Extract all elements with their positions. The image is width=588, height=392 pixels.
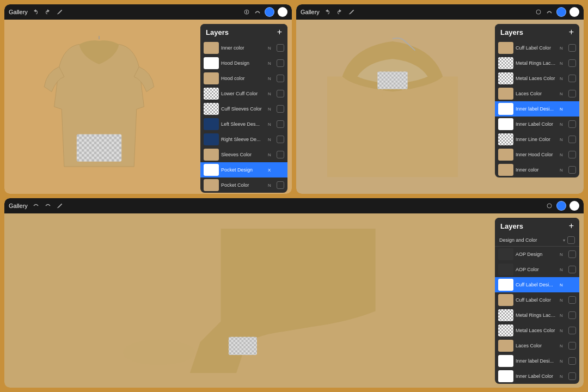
gallery-button-tl[interactable]: Gallery bbox=[9, 9, 28, 15]
layer-row[interactable]: Cuff Label Color N bbox=[495, 292, 579, 308]
layer-visibility[interactable] bbox=[568, 296, 576, 304]
layer-row[interactable]: Hood color N bbox=[200, 71, 287, 86]
layer-visibility[interactable] bbox=[568, 327, 576, 334]
layer-visibility[interactable] bbox=[568, 59, 576, 67]
layer-visibility[interactable] bbox=[277, 151, 284, 158]
undo-icon-b[interactable] bbox=[32, 202, 40, 210]
layer-visibility[interactable] bbox=[277, 181, 284, 189]
layer-visibility[interactable] bbox=[277, 105, 284, 113]
layer-row[interactable]: Inner color N bbox=[495, 162, 579, 177]
pencil-icon[interactable] bbox=[56, 8, 64, 16]
layer-thumb bbox=[204, 164, 219, 176]
color-secondary-tr[interactable] bbox=[569, 7, 579, 17]
layer-row[interactable]: AOP Design N bbox=[495, 247, 579, 262]
layer-visibility[interactable] bbox=[568, 75, 576, 82]
layer-row[interactable]: AOP Color N bbox=[495, 262, 579, 277]
layers-add-tl[interactable]: + bbox=[277, 27, 282, 37]
smudge-icon-tl[interactable] bbox=[254, 8, 261, 16]
color-primary-b[interactable] bbox=[556, 201, 566, 211]
layer-row[interactable]: Left Sleeve Des... N bbox=[200, 117, 287, 132]
layers-title-b: Layers bbox=[500, 222, 523, 230]
layer-row[interactable]: Inner label Desi... N bbox=[495, 353, 579, 369]
layer-visibility[interactable] bbox=[277, 120, 284, 128]
layer-row-active[interactable]: Pocket Design X bbox=[200, 162, 287, 177]
layer-row[interactable]: Metal Rings Lace... N bbox=[495, 56, 579, 71]
gallery-button-tr[interactable]: Gallery bbox=[301, 9, 320, 15]
layer-visibility[interactable] bbox=[568, 250, 576, 258]
layer-row[interactable]: Metal Laces Color N bbox=[495, 323, 579, 338]
layer-visibility[interactable] bbox=[568, 120, 576, 128]
layer-name: Inner label Desi... bbox=[516, 358, 558, 364]
layer-row[interactable]: Laces Color N bbox=[495, 338, 579, 353]
layer-row[interactable]: Cuff Label Color N bbox=[495, 40, 579, 56]
layer-row[interactable]: Laces Color N bbox=[495, 86, 579, 101]
brush-icon-b[interactable] bbox=[546, 202, 553, 210]
layer-row[interactable]: Hood Design N bbox=[200, 56, 287, 71]
layer-name: Cuff Label Color bbox=[516, 45, 558, 51]
pencil-icon-b[interactable] bbox=[56, 202, 64, 210]
layer-row[interactable]: Metal Laces Color N bbox=[495, 71, 579, 86]
layers-header-b: Layers + bbox=[495, 218, 579, 234]
layer-thumb bbox=[204, 103, 219, 115]
top-bar-left-tools: Gallery bbox=[9, 8, 64, 16]
layer-visibility[interactable] bbox=[568, 357, 576, 365]
redo-icon-b[interactable] bbox=[44, 202, 52, 210]
layer-visibility[interactable] bbox=[277, 75, 284, 82]
layer-row[interactable]: Inner Hood Color N bbox=[495, 147, 579, 162]
layer-visibility[interactable] bbox=[568, 342, 576, 350]
layer-row[interactable]: Right Sleeve De... N bbox=[200, 132, 287, 147]
undo-icon[interactable] bbox=[32, 8, 40, 16]
layers-add-tr[interactable]: + bbox=[569, 27, 574, 37]
smudge-icon-tr[interactable] bbox=[546, 8, 553, 16]
layer-visibility[interactable] bbox=[277, 136, 284, 143]
layers-add-b[interactable]: + bbox=[569, 221, 574, 231]
layer-row[interactable]: Lower Cuff Color N bbox=[200, 86, 287, 101]
color-primary-tr[interactable] bbox=[556, 7, 566, 17]
top-bar-right-tr bbox=[535, 7, 579, 17]
layer-mode: N bbox=[560, 267, 566, 272]
layer-row[interactable]: Pocket Color N bbox=[200, 177, 287, 193]
layer-visibility[interactable] bbox=[277, 44, 284, 52]
gallery-button-b[interactable]: Gallery bbox=[9, 203, 28, 209]
layer-group-header[interactable]: Design and Color ▾ bbox=[495, 234, 579, 247]
layer-visibility[interactable] bbox=[568, 151, 576, 158]
undo-icon-tr[interactable] bbox=[324, 8, 332, 16]
layer-row[interactable]: Inner color N bbox=[200, 40, 287, 56]
sleeve-cuff-svg bbox=[116, 229, 377, 373]
layer-group-visibility[interactable] bbox=[567, 236, 575, 244]
layer-visibility[interactable] bbox=[277, 59, 284, 67]
layer-mode: N bbox=[560, 344, 566, 348]
color-primary-tl[interactable] bbox=[265, 7, 274, 17]
redo-icon[interactable] bbox=[44, 8, 52, 16]
layer-visibility[interactable] bbox=[568, 266, 576, 273]
brush-icon-tr[interactable] bbox=[535, 8, 542, 16]
brush-icon-tl[interactable] bbox=[243, 8, 250, 16]
layer-row-active[interactable]: Cuff Label Desi... N bbox=[495, 277, 579, 292]
layer-visibility[interactable] bbox=[568, 311, 576, 319]
layer-visibility[interactable] bbox=[568, 281, 576, 289]
layer-row[interactable]: Cuff Sleeves Color N bbox=[200, 101, 287, 117]
layer-row-active[interactable]: Inner label Desi... N bbox=[495, 101, 579, 117]
layer-visibility[interactable] bbox=[568, 44, 576, 52]
color-secondary-b[interactable] bbox=[569, 201, 579, 211]
layer-visibility[interactable] bbox=[568, 372, 576, 380]
layer-visibility[interactable] bbox=[568, 90, 576, 97]
layer-thumb bbox=[498, 57, 513, 69]
layer-row[interactable]: Inner Label Color N bbox=[495, 117, 579, 132]
color-secondary-tl[interactable] bbox=[278, 7, 287, 17]
layers-panel-tl: Layers + Inner color N Hood Design N bbox=[200, 24, 287, 193]
layer-visibility[interactable] bbox=[568, 166, 576, 174]
layer-name: Laces Color bbox=[516, 343, 558, 348]
pencil-icon-tr[interactable] bbox=[348, 8, 356, 16]
layer-row[interactable]: Inner Line Color N bbox=[495, 132, 579, 147]
layer-row[interactable]: Inner Label Color N bbox=[495, 369, 579, 384]
layer-visibility[interactable] bbox=[568, 105, 576, 113]
layer-thumb bbox=[498, 324, 513, 336]
layer-visibility[interactable] bbox=[277, 166, 284, 174]
layer-visibility[interactable] bbox=[277, 90, 284, 97]
layer-row[interactable]: Sleeves Color N bbox=[200, 147, 287, 162]
redo-icon-tr[interactable] bbox=[336, 8, 344, 16]
layer-visibility[interactable] bbox=[568, 136, 576, 143]
layer-row[interactable]: Metal Rings Lace... N bbox=[495, 308, 579, 323]
layer-mode: N bbox=[268, 122, 274, 127]
